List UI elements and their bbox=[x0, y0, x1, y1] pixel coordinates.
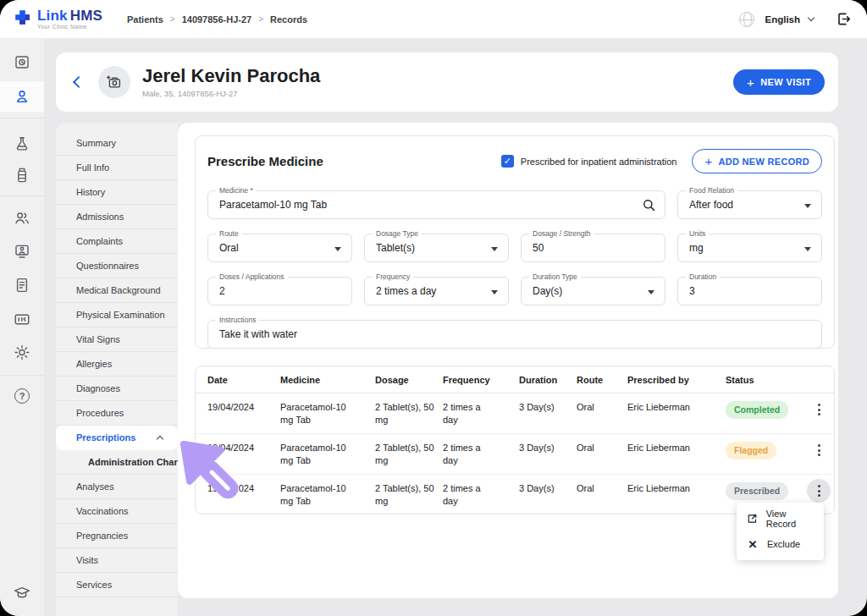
sidebar-item-services[interactable]: Services bbox=[56, 573, 178, 597]
sidebar-item-full-info[interactable]: Full Info bbox=[56, 156, 178, 180]
inpatient-checkbox[interactable] bbox=[501, 155, 514, 168]
route-select[interactable]: Route Oral bbox=[207, 234, 352, 262]
help-icon[interactable] bbox=[14, 388, 30, 404]
avatar[interactable] bbox=[98, 66, 130, 98]
logout-icon bbox=[836, 11, 852, 27]
sidebar-item-vaccinations[interactable]: Vaccinations bbox=[56, 499, 178, 524]
clinic-cross-icon bbox=[14, 8, 31, 30]
brand-logo[interactable]: LinkHMS Your Clinic Name bbox=[0, 8, 127, 30]
exclude-menu-item[interactable]: Exclude bbox=[737, 531, 824, 557]
prescriptions-table-card: Date Medicine Dosage Frequency Duration … bbox=[195, 366, 835, 514]
frequency-select[interactable]: Frequency 2 times a day bbox=[364, 277, 509, 305]
patient-details: Male, 35, 14097856-HJ-27 bbox=[142, 89, 320, 98]
chevron-down-icon bbox=[804, 204, 811, 208]
plus-icon bbox=[704, 155, 712, 168]
sidebar-item-diagnoses[interactable]: Diagnoses bbox=[56, 377, 178, 401]
status-badge: Prescribed bbox=[726, 482, 788, 500]
staff-icon[interactable] bbox=[14, 209, 31, 230]
table-row: 19/04/2024 Paracetamol-10 mg Tab 2 Table… bbox=[196, 393, 834, 434]
settings-icon[interactable] bbox=[14, 344, 31, 365]
search-icon[interactable] bbox=[642, 198, 656, 212]
col-route: Route bbox=[577, 366, 627, 387]
rail-divider bbox=[0, 195, 44, 196]
add-photo-icon bbox=[106, 74, 123, 91]
prescribe-medicine-card: Prescribe Medicine Prescribed for inpati… bbox=[195, 135, 835, 349]
rail-divider bbox=[0, 375, 44, 376]
sidebar-item-complaints[interactable]: Complaints bbox=[56, 229, 178, 254]
sidebar-item-physical-examination[interactable]: Physical Examination bbox=[56, 303, 178, 327]
top-bar: LinkHMS Your Clinic Name Patients > 1409… bbox=[0, 0, 867, 39]
sidebar-item-allergies[interactable]: Allergies bbox=[56, 352, 178, 377]
medicine-bottle-icon[interactable] bbox=[14, 167, 30, 187]
dosage-strength-field[interactable]: Dosage / Strength 50 bbox=[521, 234, 665, 262]
sidebar-item-questionnaires[interactable]: Questionnaires bbox=[56, 254, 178, 278]
logout-button[interactable] bbox=[836, 11, 852, 27]
back-button[interactable] bbox=[73, 76, 85, 88]
sidebar-item-procedures[interactable]: Procedures bbox=[56, 401, 178, 426]
billing-icon[interactable] bbox=[14, 311, 31, 332]
instructions-field[interactable]: Instructions Take it with water bbox=[207, 320, 822, 349]
col-date: Date bbox=[207, 366, 280, 387]
col-prescribed-by: Prescribed by bbox=[627, 366, 726, 387]
globe-icon bbox=[739, 12, 754, 27]
sidebar-item-summary[interactable]: Summary bbox=[56, 131, 178, 156]
row-actions-menu: View Record Exclude bbox=[737, 503, 824, 560]
breadcrumb-patients[interactable]: Patients bbox=[127, 14, 163, 25]
row-actions-button[interactable] bbox=[807, 479, 831, 503]
rail-divider bbox=[0, 118, 44, 118]
inpatient-checkbox-label: Prescribed for inpatient administration bbox=[521, 157, 677, 167]
sidebar-item-analyses[interactable]: Analyses bbox=[56, 475, 178, 499]
units-select[interactable]: Units mg bbox=[677, 234, 822, 262]
col-frequency: Frequency bbox=[443, 366, 519, 387]
row-actions-button[interactable] bbox=[807, 398, 831, 421]
patient-name: Jerel Kevin Parocha bbox=[142, 66, 320, 86]
new-visit-button[interactable]: NEW VISIT bbox=[733, 69, 825, 95]
education-icon[interactable] bbox=[14, 584, 31, 605]
add-new-record-button[interactable]: ADD NEW RECORD bbox=[692, 149, 822, 173]
form-title: Prescribe Medicine bbox=[207, 154, 501, 168]
chevron-up-icon bbox=[157, 436, 163, 443]
records-icon[interactable] bbox=[14, 277, 30, 297]
food-relation-select[interactable]: Food Relation After food bbox=[677, 190, 822, 219]
row-actions-button[interactable] bbox=[807, 438, 831, 462]
record-sections-menu: Summary Full Info History Admissions Com… bbox=[56, 123, 178, 616]
duration-type-select[interactable]: Duration Type Day(s) bbox=[521, 277, 665, 305]
status-badge: Flagged bbox=[726, 442, 776, 459]
table-row: 19/04/2024 Paracetamol-10 mg Tab 2 Table… bbox=[196, 434, 834, 475]
breadcrumb-separator: > bbox=[170, 14, 175, 24]
sidebar-item-prescriptions[interactable]: Prescriptions bbox=[56, 426, 178, 450]
sidebar-item-pregnancies[interactable]: Pregnancies bbox=[56, 524, 178, 548]
language-selector[interactable]: English bbox=[765, 14, 800, 25]
brand-name: LinkHMS bbox=[37, 8, 102, 24]
close-icon bbox=[747, 538, 759, 551]
breadcrumb-patient-id[interactable]: 14097856-HJ-27 bbox=[182, 14, 252, 25]
view-record-menu-item[interactable]: View Record bbox=[737, 506, 824, 531]
medicine-field[interactable]: Medicine * Paracetamol-10 mg Tab bbox=[207, 190, 665, 219]
brand-tagline: Your Clinic Name bbox=[37, 25, 102, 30]
breadcrumb: Patients > 14097856-HJ-27 > Records bbox=[127, 14, 307, 25]
calendar-icon[interactable] bbox=[14, 53, 30, 74]
col-duration: Duration bbox=[519, 366, 577, 387]
dosage-type-select[interactable]: Dosage Type Tablet(s) bbox=[364, 234, 509, 262]
lab-icon[interactable] bbox=[14, 135, 30, 156]
sidebar-item-history[interactable]: History bbox=[56, 180, 178, 205]
sidebar-item-vital-signs[interactable]: Vital Signs bbox=[56, 327, 178, 352]
chevron-down-icon bbox=[804, 247, 811, 251]
sidebar-item-admissions[interactable]: Admissions bbox=[56, 205, 178, 229]
doses-applications-field[interactable]: Doses / Applications 2 bbox=[207, 277, 352, 305]
patient-header-card: Jerel Kevin Parocha Male, 35, 14097856-H… bbox=[56, 52, 838, 112]
app-window: LinkHMS Your Clinic Name Patients > 1409… bbox=[0, 0, 867, 616]
workstation-icon[interactable] bbox=[14, 243, 30, 263]
sidebar-item-medical-background[interactable]: Medical Background bbox=[56, 278, 178, 303]
sidebar-item-visits[interactable]: Visits bbox=[56, 548, 178, 573]
duration-field[interactable]: Duration 3 bbox=[677, 277, 822, 305]
breadcrumb-separator: > bbox=[258, 14, 263, 24]
chevron-down-icon bbox=[334, 247, 341, 251]
chevron-down-icon[interactable] bbox=[808, 14, 815, 21]
icon-rail bbox=[0, 39, 44, 616]
status-badge: Completed bbox=[726, 401, 788, 419]
col-dosage: Dosage bbox=[375, 366, 443, 387]
patient-icon[interactable] bbox=[14, 88, 30, 108]
breadcrumb-records[interactable]: Records bbox=[270, 14, 307, 25]
sidebar-item-administration-chart[interactable]: Administration Chart bbox=[56, 450, 178, 475]
